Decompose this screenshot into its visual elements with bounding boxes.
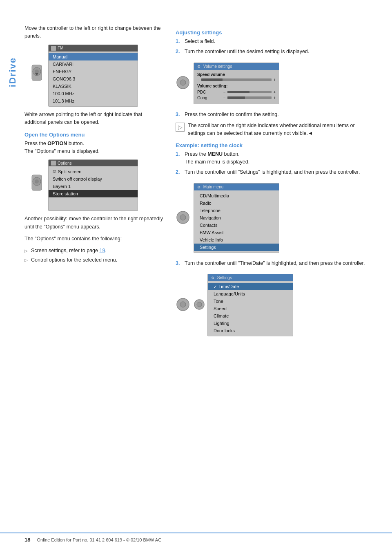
speed-vol-slider-row: − + bbox=[197, 78, 276, 82]
another-possibility-text: Another possibility: move the controller… bbox=[24, 215, 163, 231]
timedate-label: Time/Date bbox=[218, 284, 239, 289]
main-menu-title-text: Main menu bbox=[203, 185, 223, 189]
example-step3-text: Turn the controller until "Time/Date" is… bbox=[185, 260, 365, 267]
pdc-plus: + bbox=[273, 90, 276, 94]
example-heading: Example: setting the clock bbox=[176, 142, 372, 148]
fm-item-101mhz: 101.3 MHz bbox=[49, 97, 138, 105]
idrive-label: iDrive bbox=[7, 57, 18, 87]
footer: 18 Online Edition for Part no. 01 41 2 6… bbox=[0, 533, 392, 543]
back-symbol: ◄ bbox=[308, 130, 313, 136]
bullet-item-1: ▷ Screen settings, refer to page 19. bbox=[24, 247, 163, 255]
split-label: Split screen bbox=[58, 169, 81, 174]
page-number: 18 bbox=[24, 537, 30, 543]
controller-graphic-main bbox=[176, 210, 190, 225]
main-menu-screenshot-container: ⚙ Main menu CD/Multimedia Radio Telephon… bbox=[176, 180, 372, 256]
gong-plus: + bbox=[273, 96, 276, 100]
example-step-num-1: 1. bbox=[176, 150, 182, 166]
bullet-item-2: ▷ Control options for the selected menu. bbox=[24, 256, 163, 264]
bullet-text-2: Control options for the selected menu. bbox=[31, 256, 117, 264]
speed-vol-label: Speed volume bbox=[197, 72, 276, 77]
options-screenshot-container: Options ☑ Split screen Switch off contro… bbox=[29, 159, 163, 211]
footer-text: Online Edition for Part no. 01 41 2 604 … bbox=[37, 537, 161, 542]
page-link-19[interactable]: 19 bbox=[99, 248, 105, 253]
options-contains-text: The "Options" menu contains the followin… bbox=[24, 235, 163, 243]
settings-screenshot: ⚙ Settings ✓ Time/Date Language/Units To… bbox=[207, 274, 293, 336]
main-radio: Radio bbox=[194, 199, 279, 207]
settings-title-icon: ⚙ bbox=[211, 276, 214, 280]
main-bmw-assist: BMW Assist bbox=[194, 229, 279, 236]
settings-language: Language/Units bbox=[208, 290, 293, 298]
controller-graphic-settings-2 bbox=[194, 297, 205, 312]
left-column: Move the controller to the left or right… bbox=[24, 25, 163, 343]
example-step-1: 1. Press the MENU button. The main menu … bbox=[176, 150, 372, 166]
step-num-1: 1. bbox=[176, 38, 182, 45]
menu-bold: MENU bbox=[207, 151, 223, 157]
options-item-split: ☑ Split screen bbox=[49, 168, 138, 175]
fm-item-manual: Manual bbox=[49, 53, 138, 60]
adjusting-settings-heading: Adjusting settings bbox=[176, 29, 372, 36]
options-item-switch: Switch off control display bbox=[49, 175, 138, 183]
pdc-minus: − bbox=[223, 90, 226, 94]
vol-title-bar: ⚙ Volume settings bbox=[194, 63, 279, 70]
controller-graphic-vol bbox=[176, 75, 190, 90]
pdc-row: PDC − + bbox=[197, 90, 276, 94]
vol-title-icon: ⚙ bbox=[197, 65, 200, 69]
step-num-2: 2. bbox=[176, 48, 182, 56]
fm-title-text: FM bbox=[58, 46, 63, 50]
split-checkbox-icon: ☑ bbox=[53, 170, 56, 174]
options-item-store: Store station bbox=[49, 190, 138, 197]
speed-vol-plus: + bbox=[273, 78, 276, 82]
bullet-triangle-2: ▷ bbox=[24, 257, 28, 263]
fm-screenshot-container: FM Manual CARIVARI ENERGY GONG96.3 KLASS… bbox=[29, 45, 163, 107]
fm-title-bar: FM bbox=[49, 45, 138, 51]
volume-screenshot: ⚙ Volume settings Speed volume − + bbox=[194, 63, 279, 104]
adjust-step1-text: Select a field. bbox=[185, 38, 215, 45]
bullet-text-1: Screen settings, refer to page 19. bbox=[31, 247, 107, 255]
settings-climate: Climate bbox=[208, 312, 293, 320]
speed-vol-minus: − bbox=[197, 78, 200, 82]
main-settings: Settings bbox=[194, 244, 279, 251]
gong-slider bbox=[227, 96, 272, 99]
pdc-fill bbox=[227, 91, 249, 93]
speed-vol-fill bbox=[201, 78, 223, 81]
fm-screenshot: FM Manual CARIVARI ENERGY GONG96.3 KLASS… bbox=[48, 45, 138, 107]
controller-graphic-1 bbox=[29, 64, 45, 87]
pdc-label: PDC bbox=[197, 90, 222, 94]
controller-graphic-2 bbox=[29, 174, 45, 197]
settings-lighting: Lighting bbox=[208, 320, 293, 327]
main-telephone: Telephone bbox=[194, 207, 279, 214]
example-step1-sub: The main menu is displayed. bbox=[185, 159, 249, 165]
speed-vol-row: Speed volume − + bbox=[197, 72, 276, 82]
svg-point-2 bbox=[35, 69, 39, 74]
settings-speed: Speed bbox=[208, 305, 293, 312]
pdc-slider bbox=[227, 91, 272, 93]
gong-label: Gong bbox=[197, 96, 222, 100]
adjust-step-1: 1. Select a field. bbox=[176, 38, 372, 45]
main-navigation: Navigation bbox=[194, 214, 279, 222]
settings-title-text: Settings bbox=[217, 275, 232, 280]
svg-point-14 bbox=[197, 302, 202, 307]
main-menu-title-icon: ⚙ bbox=[197, 185, 200, 189]
main-menu-title-bar: ⚙ Main menu bbox=[194, 184, 279, 190]
vol-body: Speed volume − + Volume setting: bbox=[194, 70, 279, 104]
options-menu-body: ☑ Split screen Switch off control displa… bbox=[49, 166, 138, 210]
fm-menu-body: Manual CARIVARI ENERGY GONG96.3 KLASSIK … bbox=[49, 51, 138, 106]
bullet-triangle-1: ▷ bbox=[24, 248, 28, 254]
example-step-2: 2. Turn the controller until "Settings" … bbox=[176, 168, 372, 176]
svg-point-6 bbox=[35, 179, 39, 184]
adjust-step3-text: Press the controller to confirm the sett… bbox=[185, 111, 279, 119]
example-step-3: 3. Turn the controller until "Time/Date"… bbox=[176, 260, 372, 267]
options-title-bar: Options bbox=[49, 160, 138, 166]
adjust-step-3: 3. Press the controller to confirm the s… bbox=[176, 111, 372, 119]
svg-point-10 bbox=[180, 215, 186, 220]
fm-item-klassik: KLASSIK bbox=[49, 83, 138, 90]
options-icon bbox=[51, 161, 56, 166]
vol-screenshot-container: ⚙ Volume settings Speed volume − + bbox=[176, 59, 372, 107]
main-vehicle-info: Vehicle Info bbox=[194, 236, 279, 244]
controller-graphic-settings bbox=[176, 297, 190, 312]
vol-title-text: Volume settings bbox=[203, 64, 232, 69]
adjust-step-2: 2. Turn the controller until the desired… bbox=[176, 48, 372, 56]
intro-text: Move the controller to the left or right… bbox=[24, 25, 163, 40]
white-arrows-text: White arrows pointing to the left or rig… bbox=[24, 111, 163, 127]
svg-point-12 bbox=[180, 302, 186, 307]
